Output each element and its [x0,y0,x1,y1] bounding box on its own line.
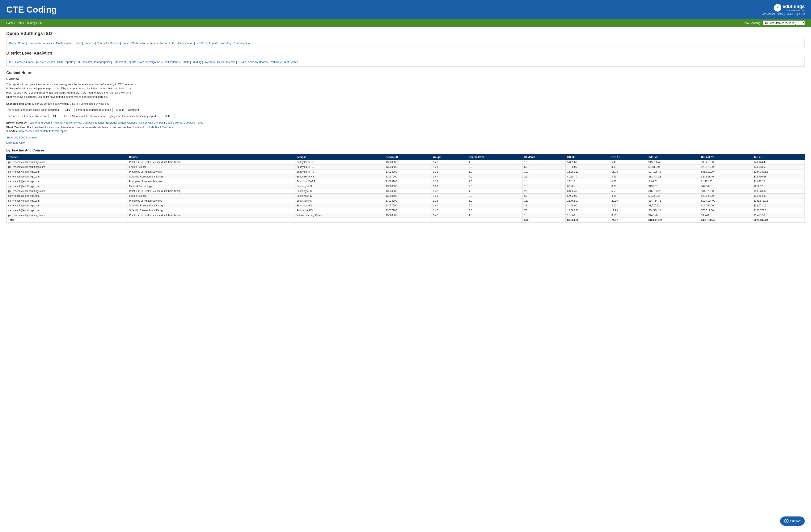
download-csv-link[interactable]: Download CSV [6,141,805,144]
broken-down-teacher-course[interactable]: Teacher and Course [28,121,52,124]
table-cell: $34,554.21 [647,208,699,213]
table-cell: $23,870.00 [699,165,752,170]
table-cell: $27,135.42 [647,170,699,174]
sub-nav-career-interest[interactable]: Career Interest [217,60,235,64]
sub-nav-advisory-boards[interactable]: Advisory Boards [248,60,268,64]
logo-area: ✓ eduthings Powered by ICEV User Manual … [761,4,805,16]
sub-nav-cte-indicator-demographics[interactable]: CTE Indicator Demographics [76,60,111,64]
sub-nav-test-scores[interactable]: Test Scores [284,60,298,64]
sub-nav-data-investigation[interactable]: Data Investigation [138,60,160,64]
allotment-input[interactable] [112,108,127,112]
table-cell: 1.47 [431,174,467,179]
nav-link-students[interactable]: Students [84,42,94,45]
nav-link-counselor-reports[interactable]: Counselor Reports [97,42,120,45]
table-cell: Buddy Holly HS [294,165,384,170]
nav-link-cte-participation[interactable]: CTE Participation [172,42,193,45]
blank-teachers-label: Blank Teachers: [6,126,27,129]
broken-down-efficiency-without-campus[interactable]: Teacher / Efficiency without Campus [95,121,137,124]
user-manual-link[interactable]: User Manual [761,13,775,16]
sub-nav-ccmr[interactable]: CCMR [238,60,246,64]
broken-down-period[interactable]: Period [196,121,203,124]
fte-input[interactable] [48,114,63,118]
profile-link[interactable]: Profile [785,13,793,16]
sub-nav-inventory[interactable]: Inventory [204,60,215,64]
table-cell: 2 [522,179,566,184]
col-students: Students [522,155,566,160]
breadcrumb-home[interactable]: Home [6,21,14,25]
sub-nav-cluster-reports[interactable]: Cluster Reports [36,60,55,64]
attendance-input[interactable] [60,108,75,112]
table-cell: jim+teachercte1@eduthings.com [6,189,127,194]
table-cell: sam+teach@eduthings.com [6,199,127,203]
nav-link-dashboards[interactable]: Dashboards [56,42,71,45]
nav-link-student-certifications[interactable]: Student Certifications [122,42,148,45]
now-showing-select[interactable]: Current Data (2022-2023) [763,20,805,26]
table-cell: 4.0 [467,203,522,208]
expected-value: 80,854.20 contact hours yielding 74.87 F… [31,103,110,105]
header-nav-links[interactable]: User Manual | Home | Profile | Sign Out [761,13,805,16]
broken-down-course-with-campus[interactable]: Course with Campus [139,121,164,124]
table-cell: sam+teach@eduthings.com [6,170,127,174]
sub-nav-ctsos[interactable]: CTSOs [180,60,189,64]
broken-down-course-without-campus[interactable]: Course without Campus [166,121,194,124]
table-cell: jim+teachercte1@eduthings.com [6,160,127,165]
table-cell: Scientific Research and Design [127,203,294,208]
nav-link-analytics[interactable]: Analytics [43,42,54,45]
table-cell: 3.10 [610,203,647,208]
table-cell: 13037200 [384,174,431,179]
nav-link-inventory[interactable]: Inventory [220,42,232,45]
table-cell: 20 [522,189,566,194]
blank-teachers-section: Blank Teachers: Blank teachers for a cou… [6,126,805,129]
nav-link-trends[interactable]: Trends [73,42,81,45]
vcodes-link[interactable]: View courses that contribute to this rep… [18,130,67,132]
table-cell: 13020500 [384,160,431,165]
nav-link-district-setup[interactable]: District Setup [9,42,25,45]
table-cell: 1 [522,184,566,189]
table-cell: $34,754.72 [647,199,699,203]
breadcrumb-current[interactable]: Demo Eduthings ISD [17,21,42,25]
include-blank-teachers-link[interactable]: Include Blank Teachers [146,126,173,129]
table-row: sam+teach@eduthings.comPrinciples of Hum… [6,199,805,203]
table-cell: $36,664.32 [752,194,805,199]
total-cell: Total [6,218,127,223]
table-cell: Medical Terminology [127,184,294,189]
expected-year-end: Expected Year End: 80,854.20 contact hou… [6,103,805,105]
nav-bar: Home > Demo Eduthings ISD Now Showing: C… [0,19,811,27]
table-cell: 13024200 [384,199,431,203]
show-courses-link[interactable]: Show 2023-2024 courses [6,136,805,139]
col-tot-ye: Tot. YE [752,155,805,160]
fte-prefix: Teacher FTE efficiency is based on [6,115,47,118]
sub-nav-funding[interactable]: Funding [192,60,201,64]
sub-nav-enrollment-reports[interactable]: Enrollment Reports [113,60,136,64]
sub-nav-certifications[interactable]: Certifications [163,60,178,64]
table-cell: $8,020.32 [647,194,699,199]
table-cell: $11,443.28 [647,174,699,179]
col-normal-ye: Normal. YE [699,155,752,160]
table-cell: 73 [522,208,566,213]
table-cell: Principles of Human Services [127,170,294,174]
nav-link-self-serve-imports[interactable]: Self-Serve Imports [196,42,218,45]
table-cell: 50 [522,165,566,170]
table-cell: 1.47 [431,189,467,194]
sub-nav-perkins-v[interactable]: Perkins V [270,60,282,64]
nav-link-advisory-boards[interactable]: Advisory Boards [234,42,254,45]
breadcrumb: Home > Demo Eduthings ISD [6,21,42,25]
home-link[interactable]: Home [777,13,784,16]
fte-row: Teacher FTE efficiency is based on FTEs.… [6,114,805,118]
table-cell: Principles of Human Services [127,179,294,184]
sign-out-link[interactable]: Sign Out [795,13,805,16]
table-cell: Scientific Research and Design [127,174,294,179]
table-cell: 1.47 [431,160,467,165]
nav-link-downloads[interactable]: Downloads [28,42,41,45]
sub-nav-pos-reports[interactable]: POS Reports [57,60,73,64]
table-cell: 5.43 [610,160,647,165]
sub-nav-cte-campus-grade[interactable]: CTE Campus/Grade [9,60,34,64]
fte-min-input[interactable] [160,114,174,118]
table-cell: $24,347.40 [699,174,752,179]
teacher-course-table: Teacher Course Campus Service ID Weight … [6,154,805,223]
broken-down-efficiency-with-campus[interactable]: Teacher / Efficiency with Campus [54,121,93,124]
total-cell: $164,411.79 [647,218,699,223]
nav-link-teacher-reports[interactable]: Teacher Reports [150,42,170,45]
table-cell: Eduthings HS [294,194,384,199]
table-row: sam+teach@eduthings.comPrinciples of Hum… [6,170,805,174]
